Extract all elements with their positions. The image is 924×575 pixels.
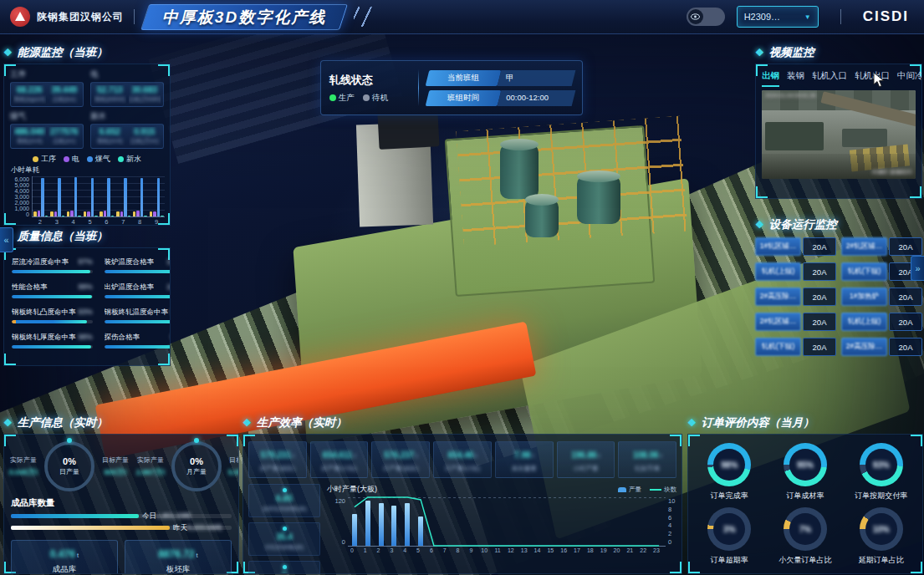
y-tick: 5,000 — [14, 182, 29, 188]
efficiency-stat-label: 轧制节奏 — [620, 465, 675, 473]
x-tick: 5 — [88, 218, 91, 226]
video-tab-出钢[interactable]: 出钢 — [762, 70, 779, 87]
visibility-toggle[interactable] — [687, 8, 725, 26]
stat-value: 2.967万t — [133, 467, 168, 478]
quality-item-value: 98% — [79, 333, 93, 343]
energy-bar — [91, 178, 94, 216]
device-name-button[interactable]: 1#加热炉 — [841, 288, 887, 306]
right-y-axis: 1086420 — [666, 497, 681, 546]
y-tick: 2,000 — [14, 200, 29, 206]
eye-icon — [688, 9, 703, 24]
ring-tick — [194, 438, 199, 443]
order-gauge: 7%小欠量订单占比 — [769, 507, 842, 566]
quality-progress-fill — [12, 345, 91, 349]
field-name-button[interactable]: 班组时间 — [426, 90, 502, 106]
order-donut-value: 7% — [789, 513, 821, 545]
energy-bar-group — [84, 178, 98, 216]
stat-dot — [283, 488, 287, 492]
energy-chart-plot — [32, 176, 165, 217]
field-name-button[interactable]: 当前班组 — [426, 70, 502, 86]
device-name-button[interactable]: 轧机(上辊) — [841, 313, 887, 331]
energy-bar — [128, 216, 131, 216]
order-donut: 10% — [860, 507, 903, 551]
energy-group: 煤气486.040单耗(m³/t)277576总耗(m³) — [10, 111, 84, 149]
device-pair: 2#高压除…20A — [841, 338, 922, 356]
device-name-button[interactable]: 2#轧区辅… — [755, 313, 801, 331]
legend-item: 块数 — [650, 486, 676, 494]
ring-tick — [67, 438, 72, 443]
ring-percent: 0% — [63, 456, 76, 466]
line-state-label: 待机 — [372, 93, 388, 104]
efficiency-panel-title: ❖ 生产效率（实时） — [242, 415, 682, 430]
left-collapse-tab[interactable]: « — [0, 227, 13, 252]
video-tab-装钢[interactable]: 装钢 — [787, 70, 804, 87]
quality-item-label: 装炉温度合格率 — [105, 257, 155, 267]
device-name-button[interactable]: 2#高压除… — [755, 288, 801, 306]
line-status-title: 轧线状态 — [329, 73, 410, 88]
device-pair: 2#轧区辅…20A — [755, 313, 836, 331]
efficiency-stat-card: 654.46 t日产量(计划) — [433, 441, 492, 478]
quality-item-value: 100% — [166, 282, 171, 293]
stock-total-label: 成品库 — [12, 564, 117, 574]
device-monitor-title: ❖ 设备运行监控 — [755, 217, 922, 232]
energy-metric-unit: 单耗(m³/t) — [94, 137, 126, 145]
quality-progress-track — [12, 345, 93, 349]
energy-bar — [133, 211, 136, 216]
hourly-chart-plot — [348, 497, 666, 547]
view-selector-value: H2309… — [744, 12, 780, 22]
y-tick: 1,000 — [14, 206, 29, 211]
energy-bar — [70, 211, 74, 216]
orders-panel: ❖ 订单评价内容（当月） 98%订单完成率95%订单成材率93%订单按期交付率3… — [687, 415, 923, 574]
efficiency-stat-card: 654.611 t班产量(计划) — [310, 441, 369, 478]
y-tick: 120 — [334, 497, 345, 505]
device-name-button[interactable]: 轧机(上辊) — [755, 262, 801, 281]
video-tab-轧机出口[interactable]: 轧机出口 — [855, 70, 890, 87]
video-tab-轧机入口[interactable]: 轧机入口 — [812, 70, 847, 87]
camera-timestamp: 2024-01-04 09:41:28 — [765, 93, 815, 99]
x-tick: 8 — [138, 218, 141, 226]
diamond-icon: ❖ — [242, 417, 252, 429]
device-value: 20A — [803, 237, 836, 256]
order-donut: 93% — [860, 443, 903, 486]
camera-label: 出钢区 摄像机01 — [872, 169, 912, 176]
energy-group-name: 新水 — [90, 111, 164, 122]
orders-panel-title: ❖ 订单评价内容（当月） — [687, 415, 923, 430]
quality-progress-fill — [105, 320, 171, 323]
y-tick: 0 — [26, 211, 29, 217]
device-name-button[interactable]: 2#高压除… — [841, 338, 887, 356]
device-name-button[interactable]: 2#轧区辅… — [841, 237, 887, 256]
order-gauge-label: 小欠量订单占比 — [779, 555, 831, 566]
energy-panel-title: ❖ 能源监控（当班） — [3, 45, 171, 60]
energy-bar-group — [50, 178, 64, 216]
field-value: 00:00-12:00 — [498, 90, 576, 106]
energy-panel: ❖ 能源监控（当班） 工序68.226单耗(kgce/t)39.449总耗(tc… — [3, 45, 171, 226]
video-panel-title: ❖ 视频监控 — [755, 45, 922, 60]
quality-progress-fill — [105, 270, 171, 273]
right-collapse-tab[interactable]: » — [911, 256, 924, 281]
diamond-icon: ❖ — [3, 47, 13, 59]
target-output-stat: 目标产量5.000万t — [225, 455, 239, 478]
efficiency-stat-label: 小时产量 — [559, 465, 614, 473]
ring-percent: 0% — [190, 456, 203, 466]
device-name-button[interactable]: 轧机(下辊) — [841, 262, 887, 281]
legend-label: 电 — [72, 154, 79, 165]
efficiency-stat-card: 7.98 t单块重量 — [495, 441, 554, 478]
video-tab-中间冷[interactable]: 中间冷 — [897, 70, 921, 87]
quality-item-label: 钢板终轧厚度命中率 — [12, 333, 76, 343]
line-status-field: 班组时间00:00-12:00 — [426, 90, 576, 106]
actual-output-stat: 实际产量0.045万t — [6, 455, 41, 478]
device-value: 20A — [803, 262, 836, 281]
view-selector-dropdown[interactable]: H2309… ▼ — [737, 6, 819, 28]
quality-item-label: 钢板终轧凸度命中率 — [12, 308, 76, 318]
device-monitor-panel: ❖ 设备运行监控 1#轧区辅…20A2#轧区辅…20A轧机(上辊)20A轧机(下… — [755, 217, 922, 363]
device-name-button[interactable]: 轧机(下辊) — [755, 338, 801, 356]
y-tick: 4 — [668, 522, 681, 529]
legend-dot — [118, 156, 124, 162]
quality-progress-fill — [105, 345, 171, 349]
efficiency-stat-card: 579.231 t班产量(实际) — [248, 441, 307, 478]
device-name-button[interactable]: 1#轧区辅… — [755, 237, 801, 256]
camera-feed[interactable]: 2024-01-04 09:41:28 出钢区 摄像机01 — [762, 90, 916, 179]
stock-total-box: 8876.72t板坯库 — [125, 540, 232, 574]
stat-label: 实际产量 — [6, 455, 41, 465]
chevron-down-icon: ▼ — [804, 13, 811, 21]
